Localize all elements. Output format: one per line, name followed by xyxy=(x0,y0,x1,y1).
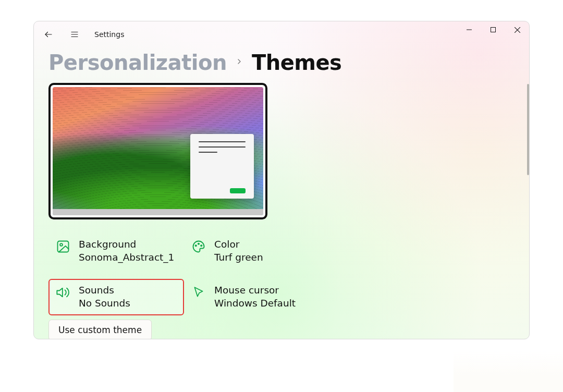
use-custom-theme-button[interactable]: Use custom theme xyxy=(48,320,152,339)
setting-color[interactable]: Color Turf green xyxy=(184,233,320,270)
titlebar: Settings xyxy=(34,21,529,47)
maximize-button[interactable] xyxy=(481,21,505,38)
back-button[interactable] xyxy=(42,28,55,41)
setting-value: Turf green xyxy=(214,251,263,264)
svg-point-10 xyxy=(195,245,197,246)
watermark-overlay xyxy=(454,350,563,392)
menu-button[interactable] xyxy=(68,28,81,41)
settings-window: Settings Personalization Themes xyxy=(33,21,530,339)
setting-sounds[interactable]: Sounds No Sounds xyxy=(48,279,184,315)
theme-preview xyxy=(48,83,267,219)
setting-label: Mouse cursor xyxy=(214,284,296,297)
setting-background[interactable]: Background Sonoma_Abstract_1 xyxy=(48,233,184,270)
theme-settings-grid: Background Sonoma_Abstract_1 Color Turf … xyxy=(48,233,515,315)
maximize-icon xyxy=(491,27,496,32)
scrollbar-thumb[interactable] xyxy=(527,84,529,175)
close-icon xyxy=(515,27,520,33)
breadcrumb-parent[interactable]: Personalization xyxy=(48,51,227,75)
minimize-icon xyxy=(467,27,472,32)
svg-rect-5 xyxy=(491,28,496,32)
image-icon xyxy=(56,239,70,254)
breadcrumb-current: Themes xyxy=(252,51,342,75)
titlebar-left: Settings xyxy=(42,28,124,41)
svg-point-9 xyxy=(60,243,63,246)
wallpaper-preview xyxy=(53,87,263,215)
preview-line xyxy=(199,146,246,148)
window-controls xyxy=(457,21,529,38)
content-area: Personalization Themes xyxy=(34,51,529,339)
speaker-icon xyxy=(56,285,70,300)
window-title: Settings xyxy=(94,30,124,39)
svg-rect-8 xyxy=(58,241,69,252)
setting-value: Windows Default xyxy=(214,297,296,310)
dialog-preview xyxy=(190,134,254,199)
hamburger-icon xyxy=(70,30,79,39)
svg-point-11 xyxy=(198,243,199,244)
setting-cursor[interactable]: Mouse cursor Windows Default xyxy=(184,279,320,315)
setting-value: Sonoma_Abstract_1 xyxy=(79,251,174,264)
svg-point-12 xyxy=(201,245,202,246)
setting-label: Sounds xyxy=(79,284,130,297)
setting-label: Background xyxy=(79,238,174,251)
svg-marker-13 xyxy=(57,288,63,297)
setting-value: No Sounds xyxy=(79,297,130,310)
preview-line xyxy=(199,152,217,153)
setting-label: Color xyxy=(214,238,263,251)
arrow-left-icon xyxy=(44,30,53,39)
chevron-right-icon xyxy=(235,57,243,68)
minimize-button[interactable] xyxy=(457,21,481,38)
preview-line xyxy=(199,141,246,142)
preview-accent-button xyxy=(230,188,246,193)
breadcrumb: Personalization Themes xyxy=(48,51,515,75)
palette-icon xyxy=(191,239,206,254)
cursor-icon xyxy=(191,285,206,300)
close-button[interactable] xyxy=(505,21,529,38)
